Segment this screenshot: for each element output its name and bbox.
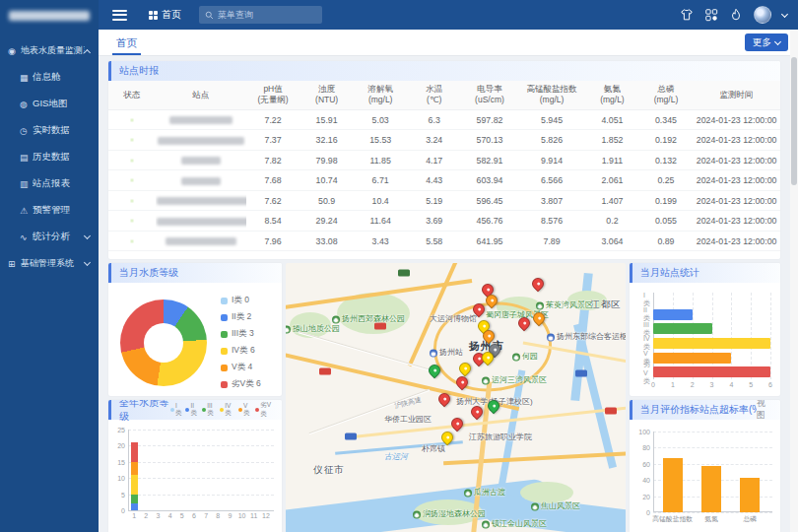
x-tick-label: 5 [180,512,184,519]
x-tick-label: 12 [262,512,270,519]
table-row: 7.8279.9811.854.17582.919.9141.9110.1322… [108,150,780,170]
road-shield [374,323,386,330]
flame-icon[interactable] [729,8,743,22]
realtime-icon: ◷ [20,126,33,136]
sidebar-item-统计分析[interactable]: ∿统计分析 [0,224,99,250]
column-header: 浊度(NTU) [299,81,354,109]
page-scrollbar [790,30,798,532]
x-tick-label: 2 [691,381,695,388]
app-logo [9,11,90,21]
tab-home[interactable]: 首页 [116,30,137,55]
month-grade-panel: 当月水质等级 I类 0II类 2III类 3IV类 6V类 4劣V类 6 [108,263,282,396]
sidebar-item-GIS地图[interactable]: ◍GIS地图 [0,91,99,117]
station-name-redacted [157,218,246,226]
map-label-transport: ■扬州站 [430,347,463,358]
value-cell: 50.9 [299,190,354,211]
year-grade-stacked-bar-chart: 0510152025123456789101112 [128,430,274,510]
legend-label: I类 0 [232,295,249,306]
sidebar-item-label: 预警管理 [33,204,93,217]
station-map-pin[interactable] [530,276,547,293]
station-count-bar-chart: 0123456I类II类III类IV类V类劣V类 [653,293,770,379]
station-map-pin[interactable] [449,416,466,432]
sidebar-item-实时数据[interactable]: ◷实时数据 [0,117,99,144]
x-tick-label: 0 [651,381,655,388]
station-name-redacted [166,237,236,245]
value-cell: 1.407 [585,190,639,211]
value-cell: 7.62 [246,190,300,211]
panel-title: 全年水质等级 [119,400,170,424]
sidebar-group-地表水质量监测系统[interactable]: ◉地表水质量监测系统 [0,37,99,64]
value-cell: 5.03 [354,109,408,130]
value-cell: 603.94 [461,170,518,191]
legend-label: IV类 6 [232,345,255,357]
sidebar-group-label: 地表水质量监测系统 [21,44,85,57]
station-cell [156,130,246,151]
value-cell: 79.98 [299,150,354,170]
menu-search-box[interactable] [199,6,322,24]
gridline [770,293,771,379]
gridline [128,445,274,446]
table-row: 7.9633.083.435.58641.957.893.0640.892024… [108,231,780,251]
value-cell: 0.199 [639,190,694,211]
map-label-road: 沪陕高速 [393,395,423,411]
search-icon [205,11,214,20]
value-cell: 597.82 [461,109,518,130]
sidebar-item-信息舱[interactable]: ▦信息舱 [0,64,99,91]
sidebar-item-站点报表[interactable]: ▥站点报表 [0,170,99,197]
station-cell [156,170,246,191]
panel-title: 当月站点统计 [640,266,699,280]
layout-icon[interactable] [704,8,718,22]
more-button-label: 更多 [753,36,771,49]
x-tick-label: 7 [204,512,208,519]
category-label: 劣V类 [643,359,650,385]
sidebar-item-预警管理[interactable]: ⚠预警管理 [0,197,99,224]
grid-icon [149,11,158,20]
transport-icon: ■ [430,350,437,358]
sidebar-group-基础管理系统[interactable]: ⊞基础管理系统 [0,250,99,277]
station-name-redacted [169,116,233,124]
value-cell: 8.54 [246,211,300,232]
breadcrumb-home[interactable]: 首页 [149,8,181,22]
sidebar-item-历史数据[interactable]: ▤历史数据 [0,144,99,170]
theme-skin-icon[interactable] [680,8,694,22]
value-cell: 2024-01-23 12:00:00 [693,211,780,232]
gis-map-icon: ◍ [20,100,33,109]
map-label-park: ♣运河三湾风景区 [482,374,547,385]
station-name-redacted [181,177,221,185]
road-shield [345,433,357,440]
value-cell: 7.68 [246,170,300,191]
value-cell: 641.95 [461,231,518,251]
more-button[interactable]: 更多 [745,33,788,51]
value-cell: 32.16 [299,130,354,151]
station-cell [156,211,246,232]
water-system-icon: ◉ [8,46,21,56]
panel-view-link[interactable]: 视图 [757,400,772,422]
value-cell: 582.91 [461,150,518,170]
value-cell: 5.19 [407,190,461,211]
value-cell: 2024-01-23 12:00:00 [693,150,780,170]
y-tick-label: 5 [121,491,125,498]
table-row: 7.6250.910.45.19596.453.8071.4070.199202… [108,190,780,211]
map-label-poi: 大运河博物馆 [430,313,477,324]
gis-map[interactable]: 扬州市江都区仪征市♣扬州西郊森林公园♣捺山地质公园■扬州站♣何园♣运河三湾风景区… [286,263,626,532]
value-cell: 0.345 [639,109,694,130]
scrollbar-thumb[interactable] [791,57,797,185]
station-name-redacted [181,157,221,165]
panel-title: 当月水质等级 [119,266,178,280]
stack-segment [131,462,138,475]
menu-search-input[interactable] [218,10,316,20]
table-row: 7.2215.915.036.3597.825.9454.0510.345202… [108,109,780,130]
user-avatar[interactable] [754,6,771,24]
bar [653,338,770,349]
column-header: 电导率(uS/cm) [461,81,518,109]
hamburger-menu-icon[interactable] [112,10,127,21]
legend-item: III类 [202,402,216,418]
transport-icon: ■ [547,334,555,342]
column-header: 氨氮(mg/L) [585,81,639,109]
user-menu-chevron-down-icon[interactable] [781,10,788,17]
table-row: 8.5429.2411.643.69456.768.5760.20.055202… [108,211,780,232]
map-label-park: ♣润扬湿地森林公园 [413,508,486,519]
park-icon: ♣ [482,521,490,529]
stack-segment [131,495,138,504]
y-tick-label: 60 [642,460,650,467]
